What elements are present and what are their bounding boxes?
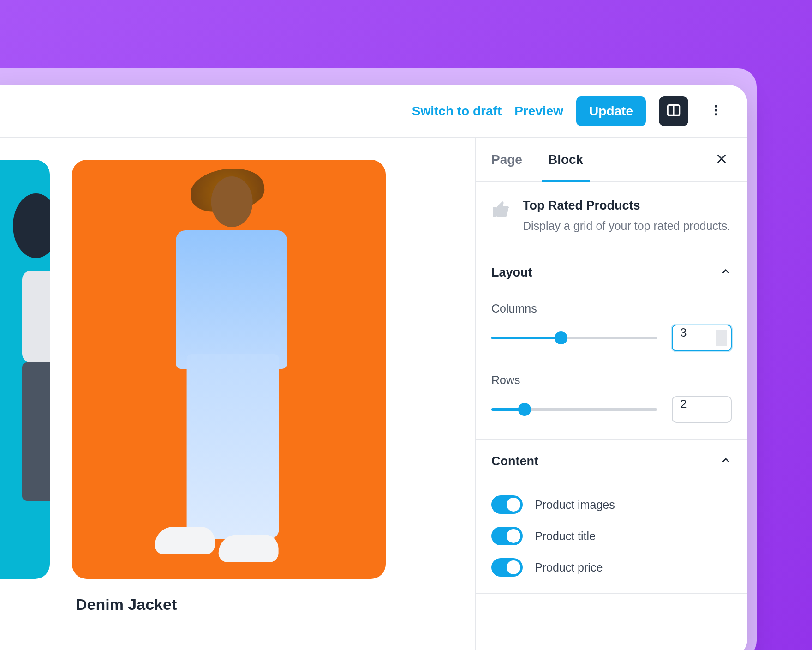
product-card — [0, 160, 50, 635]
switch-to-draft-button[interactable]: Switch to draft — [412, 104, 502, 119]
toggle-label: Product images — [535, 498, 615, 512]
editor-canvas[interactable]: Denim Jacket — [0, 138, 475, 650]
tab-block[interactable]: Block — [548, 138, 583, 182]
columns-slider[interactable] — [491, 337, 657, 339]
chevron-up-icon — [720, 265, 732, 279]
columns-label: Columns — [491, 302, 732, 315]
figure-silhouette — [141, 176, 317, 562]
rows-label: Rows — [491, 373, 732, 387]
close-icon — [715, 152, 728, 167]
section-content: Content Product images Product title — [476, 440, 747, 594]
rows-slider[interactable] — [491, 408, 657, 411]
section-header-content[interactable]: Content — [491, 440, 732, 482]
rows-control: Rows — [491, 373, 732, 423]
block-title: Top Rated Products — [523, 199, 730, 213]
thumbs-up-icon — [491, 199, 512, 220]
slider-thumb[interactable] — [518, 403, 531, 416]
section-layout: Layout Columns — [476, 251, 747, 440]
figure-silhouette — [4, 193, 50, 546]
section-title: Layout — [491, 265, 532, 280]
toggle-switch[interactable] — [491, 495, 523, 514]
toggle-switch[interactable] — [491, 527, 523, 545]
app-window: Switch to draft Preview Update — [0, 85, 747, 650]
product-image[interactable] — [0, 160, 50, 579]
section-title: Content — [491, 454, 538, 469]
section-header-layout[interactable]: Layout — [491, 251, 732, 294]
product-title: Denim Jacket — [76, 596, 386, 614]
toggle-switch[interactable] — [491, 558, 523, 577]
inspector-sidebar: Page Block Top Rated Pro — [475, 138, 747, 650]
sidebar-tabs: Page Block — [476, 138, 747, 182]
preview-button[interactable]: Preview — [514, 104, 563, 119]
product-image[interactable] — [72, 160, 386, 579]
svg-point-4 — [715, 113, 717, 116]
stepper-icon[interactable] — [716, 330, 727, 346]
close-sidebar-button[interactable] — [711, 150, 732, 170]
more-options-button[interactable] — [701, 96, 731, 126]
sidebar-toggle-button[interactable] — [659, 96, 688, 126]
rows-field[interactable] — [680, 397, 712, 411]
kebab-icon — [709, 103, 723, 119]
columns-input[interactable] — [672, 325, 732, 351]
main-area: Denim Jacket Page Block — [0, 138, 747, 650]
toggle-product-price: Product price — [491, 558, 732, 577]
rows-input[interactable] — [672, 396, 732, 423]
panel-icon — [666, 102, 681, 120]
columns-control: Columns — [491, 302, 732, 351]
columns-field[interactable] — [680, 325, 712, 340]
svg-point-2 — [715, 105, 717, 108]
toggle-product-title: Product title — [491, 527, 732, 545]
toggle-label: Product price — [535, 561, 603, 574]
chevron-up-icon — [720, 454, 732, 468]
slider-thumb[interactable] — [555, 331, 567, 344]
toolbar: Switch to draft Preview Update — [0, 85, 747, 138]
toggle-product-images: Product images — [491, 495, 732, 514]
tab-page[interactable]: Page — [491, 138, 522, 182]
block-header: Top Rated Products Display a grid of you… — [476, 182, 747, 251]
toggle-label: Product title — [535, 530, 596, 543]
product-card: Denim Jacket — [72, 160, 386, 635]
update-button[interactable]: Update — [576, 96, 646, 126]
block-description: Display a grid of your top rated product… — [523, 217, 730, 234]
svg-point-3 — [715, 109, 717, 112]
